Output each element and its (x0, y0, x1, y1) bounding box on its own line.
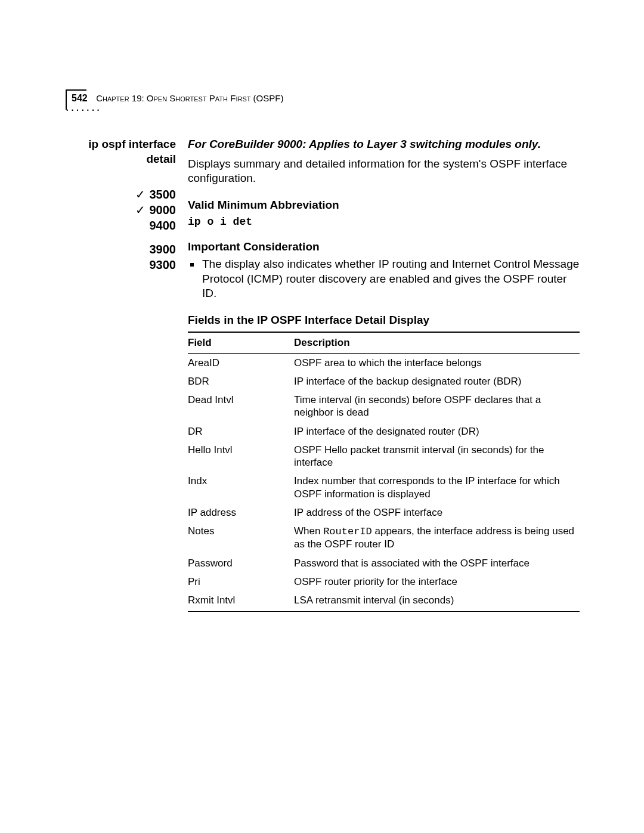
desc-cell: IP interface of the backup designated ro… (294, 372, 580, 391)
model-number: 3500 (150, 187, 177, 202)
chapter-title: Chapter 19: Open Shortest Path First (OS… (96, 93, 283, 103)
table-row: IP address IP address of the OSPF interf… (188, 503, 580, 522)
fields-table-wrap: Field Description AreaID OSPF area to wh… (188, 332, 580, 612)
model-row: ✓ 9000 (66, 202, 176, 218)
desc-cell: OSPF router priority for the interface (294, 572, 580, 591)
table-row: AreaID OSPF area to which the interface … (188, 353, 580, 372)
model-number: 9300 (150, 257, 177, 272)
page-number: 542 (72, 93, 88, 103)
field-cell: Dead Intvl (188, 391, 294, 422)
field-cell: Notes (188, 522, 294, 554)
desc-cell: Time interval (in seconds) before OSPF d… (294, 391, 580, 422)
field-cell: Pri (188, 572, 294, 591)
header-dots-icon: ······· (64, 104, 100, 116)
desc-cell: LSA retransmit interval (in seconds) (294, 591, 580, 611)
col-header-description: Description (294, 332, 580, 354)
command-name: ip ospf interface detail (66, 137, 176, 166)
field-cell: AreaID (188, 353, 294, 372)
desc-cell: IP address of the OSPF interface (294, 503, 580, 522)
table-row: Notes When RouterID appears, the interfa… (188, 522, 580, 554)
desc-cell: IP interface of the designated router (D… (294, 422, 580, 441)
running-header: 542 Chapter 19: Open Shortest Path First… (72, 93, 283, 104)
scope-note: For CoreBuilder 9000: Applies to Layer 3… (188, 137, 580, 152)
desc-cell: When RouterID appears, the interface add… (294, 522, 580, 554)
intro-paragraph: Displays summary and detailed informatio… (188, 157, 580, 186)
consideration-list: The display also indicates whether IP ro… (201, 257, 580, 301)
model-number: 3900 (150, 241, 177, 257)
check-icon: ✓ (135, 202, 150, 218)
abbrev-code: ip o i det (188, 215, 580, 229)
desc-cell: Index number that corresponds to the IP … (294, 472, 580, 503)
table-row: Password Password that is associated wit… (188, 554, 580, 572)
field-cell: Rxmit Intvl (188, 591, 294, 611)
desc-cell: Password that is associated with the OSP… (294, 554, 580, 572)
model-row: ✓ 3500 (66, 187, 176, 202)
left-column: ip ospf interface detail ✓ 3500 ✓ 9000 9… (66, 137, 188, 612)
consideration-item: The display also indicates whether IP ro… (201, 257, 580, 301)
table-row: Pri OSPF router priority for the interfa… (188, 572, 580, 591)
right-column: For CoreBuilder 9000: Applies to Layer 3… (188, 137, 580, 612)
page: ······· 542 Chapter 19: Open Shortest Pa… (0, 0, 644, 89)
model-list: ✓ 3500 ✓ 9000 9400 3900 9300 (66, 187, 176, 272)
content-area: ip ospf interface detail ✓ 3500 ✓ 9000 9… (66, 137, 580, 612)
field-cell: Indx (188, 472, 294, 503)
table-row: BDR IP interface of the backup designate… (188, 372, 580, 391)
field-cell: IP address (188, 503, 294, 522)
model-row: 3900 (66, 241, 176, 257)
table-row: DR IP interface of the designated router… (188, 422, 580, 441)
table-row: Indx Index number that corresponds to th… (188, 472, 580, 503)
fields-table: Field Description AreaID OSPF area to wh… (188, 332, 580, 612)
routerid-code: RouterID (323, 526, 372, 537)
field-cell: Password (188, 554, 294, 572)
consideration-heading: Important Consideration (188, 240, 580, 255)
field-cell: DR (188, 422, 294, 441)
desc-cell: OSPF Hello packet transmit interval (in … (294, 441, 580, 472)
model-row: 9300 (66, 257, 176, 272)
table-row: Dead Intvl Time interval (in seconds) be… (188, 391, 580, 422)
table-row: Rxmit Intvl LSA retransmit interval (in … (188, 591, 580, 611)
fields-heading: Fields in the IP OSPF Interface Detail D… (188, 313, 580, 328)
check-icon: ✓ (135, 187, 150, 202)
field-cell: BDR (188, 372, 294, 391)
desc-cell: OSPF area to which the interface belongs (294, 353, 580, 372)
table-row: Hello Intvl OSPF Hello packet transmit i… (188, 441, 580, 472)
header-corner-h-rule (66, 89, 86, 91)
model-number: 9400 (150, 218, 177, 233)
field-cell: Hello Intvl (188, 441, 294, 472)
col-header-field: Field (188, 332, 294, 354)
model-row: 9400 (66, 218, 176, 233)
abbrev-heading: Valid Minimum Abbreviation (188, 198, 580, 213)
model-number: 9000 (150, 202, 177, 218)
